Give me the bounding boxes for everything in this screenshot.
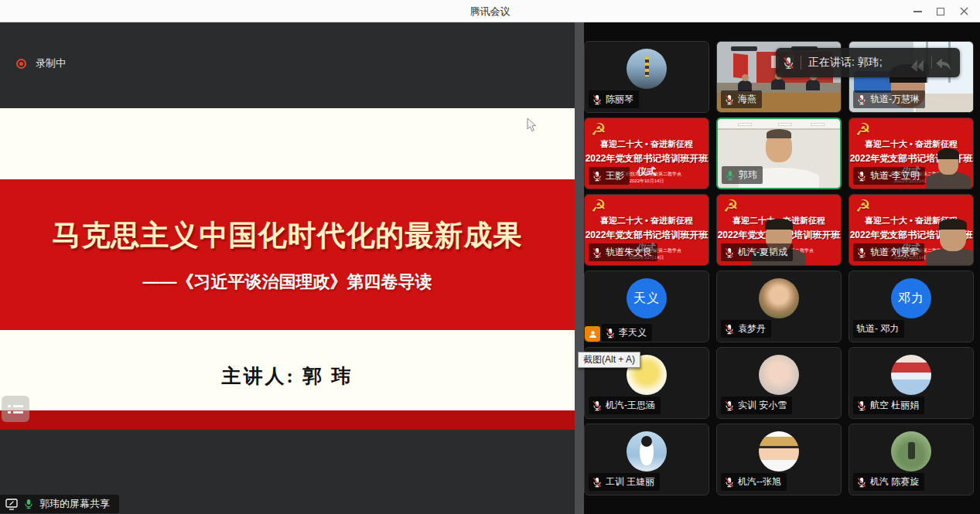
participant-tile[interactable]: 机汽--张旭 [716, 424, 842, 495]
participant-grid: 陈丽琴海燕轨道-万慧琳☭喜迎二十大 • 奋进新征程2022年党支部书记培训班开班… [584, 22, 980, 514]
party-slide-line1: 喜迎二十大 • 奋进新征程 [585, 138, 709, 150]
participant-label: 轨道 刘景军 [853, 243, 924, 261]
participant-label: 机汽-王思涵 [589, 397, 661, 414]
muted-mic-icon [782, 56, 795, 70]
speaking-banner: 正在讲话: 郭玮; [776, 48, 960, 77]
participant-label: 袁梦丹 [721, 320, 771, 338]
participant-name: 机汽--张旭 [738, 475, 781, 488]
avatar [891, 431, 931, 471]
divider [931, 56, 932, 69]
presentation-slide: 马克思主义中国化时代化的最新成果 ——《习近平谈治国理政》第四卷导读 主讲人: … [0, 108, 575, 430]
participant-name: 工训 王婕丽 [606, 475, 654, 488]
participant-name: 袁梦丹 [738, 322, 766, 335]
muted-mic-icon [592, 171, 603, 182]
close-button[interactable] [952, 0, 975, 22]
participant-label: 郭玮 [722, 166, 763, 184]
muted-mic-icon [592, 400, 603, 411]
slide-title: 马克思主义中国化时代化的最新成果 [0, 216, 575, 255]
screen-share-label: 郭玮的屏幕共享 [39, 497, 110, 511]
participant-label: 实训 安小雪 [721, 397, 792, 414]
muted-mic-icon [724, 324, 735, 335]
muted-mic-icon [856, 94, 867, 105]
party-emblem-icon: ☭ [723, 196, 739, 216]
slide-outline-button[interactable] [2, 396, 29, 422]
maximize-icon [937, 8, 944, 15]
participant-label: 轨道朱文良 [589, 243, 657, 261]
party-slide-line1: 喜迎二十大 • 奋进新征程 [849, 138, 973, 150]
reply-arrow-icon[interactable] [934, 53, 954, 73]
participant-name: 郭玮 [739, 168, 757, 182]
party-emblem-icon: ☭ [855, 196, 871, 216]
title-bar: 腾讯会议 [0, 0, 980, 22]
participant-tile[interactable]: ☭喜迎二十大 • 奋进新征程2022年党支部书记培训班开班仪式上海工程技术大学党… [584, 194, 709, 266]
participant-tile[interactable]: 袁梦丹 [716, 271, 842, 342]
screen-share-status: 郭玮的屏幕共享 [0, 495, 119, 513]
participant-tile[interactable]: 陈丽琴 [584, 41, 709, 113]
participant-label: 机汽-夏韬成 [721, 243, 793, 261]
shared-screen: 录制中 马克思主义中国化时代化的最新成果 ——《习近平谈治国理政》第四卷导读 主… [0, 22, 575, 514]
avatar [627, 49, 667, 89]
participant-tile[interactable]: 实训 安小雪 [716, 347, 842, 419]
participant-name: 轨道朱文良 [606, 246, 652, 259]
avatar [891, 355, 931, 395]
minimize-icon [913, 11, 922, 12]
recording-indicator: 录制中 [16, 56, 66, 70]
participant-label: 王影 [589, 167, 630, 185]
participant-label: 李天义 [602, 324, 652, 342]
participant-tile[interactable]: 郭玮 [716, 117, 842, 189]
participant-tile[interactable]: ☭喜迎二十大 • 奋进新征程2022年党支部书记培训班开班仪式上海工程技术大学党… [849, 117, 974, 189]
participant-name: 机汽-王思涵 [606, 399, 655, 412]
screen-share-icon [5, 499, 18, 510]
participant-tile[interactable]: 邓力轨道- 邓力 [849, 271, 974, 342]
participant-tile[interactable]: ☭喜迎二十大 • 奋进新征程2022年党支部书记培训班开班仪式上海工程技术大学党… [849, 194, 974, 266]
participant-tile[interactable]: ☭喜迎二十大 • 奋进新征程2022年党支部书记培训班开班仪式上海工程技术大学党… [716, 194, 842, 266]
avatar [759, 431, 799, 471]
active-mic-icon [23, 499, 34, 509]
screenshot-tooltip: 截图(Alt + A) [578, 352, 640, 368]
party-emblem-icon: ☭ [855, 120, 871, 140]
minimize-button[interactable] [906, 0, 929, 22]
participant-tile[interactable]: 航空 杜丽娟 [849, 347, 974, 419]
muted-mic-icon [724, 94, 735, 105]
muted-mic-icon [856, 247, 867, 258]
participant-tile[interactable]: 工训 王婕丽 [584, 424, 709, 495]
participant-name: 轨道-李立明 [870, 169, 920, 182]
recording-dot-icon [16, 59, 26, 69]
participant-tile[interactable]: ☭喜迎二十大 • 奋进新征程2022年党支部书记培训班开班仪式上海工程技术大学党… [584, 117, 709, 189]
party-emblem-icon: ☭ [591, 120, 606, 140]
muted-mic-icon [592, 94, 603, 105]
participant-name: 轨道-万慧琳 [870, 93, 920, 106]
participant-name: 机汽-夏韬成 [738, 246, 787, 259]
muted-mic-icon [856, 400, 867, 411]
participant-label: 轨道-万慧琳 [853, 90, 925, 108]
avatar: 天义 [627, 278, 667, 318]
muted-mic-icon [605, 328, 616, 339]
muted-mic-icon [592, 247, 603, 258]
participant-label: 轨道-李立明 [853, 167, 925, 185]
slide-footer-bar [0, 410, 575, 430]
tooltip-label: 截图(Alt + A) [583, 353, 635, 366]
panel-divider[interactable] [575, 22, 584, 514]
participant-tile[interactable]: 天义李天义 [584, 271, 709, 342]
slide-presenter: 主讲人: 郭 玮 [0, 363, 575, 389]
slide-red-banner: 马克思主义中国化时代化的最新成果 ——《习近平谈治国理政》第四卷导读 [0, 179, 575, 330]
mouse-cursor-icon [527, 117, 537, 135]
list-icon [8, 405, 23, 407]
participant-label: 机汽 陈赛旋 [853, 473, 924, 491]
participant-tile[interactable]: 机汽 陈赛旋 [849, 424, 974, 495]
party-emblem-icon: ☭ [591, 196, 606, 216]
person-badge-icon [585, 326, 600, 342]
avatar: 邓力 [891, 278, 931, 318]
list-icon [8, 411, 23, 414]
forward-arrows-icon[interactable] [907, 52, 930, 73]
avatar [759, 355, 799, 395]
participant-name: 李天义 [619, 326, 647, 339]
participant-name: 机汽 陈赛旋 [870, 475, 919, 488]
person-silhouette [926, 222, 974, 265]
divider [801, 56, 801, 70]
participant-label: 机汽--张旭 [721, 473, 787, 491]
participant-label: 工训 王婕丽 [589, 473, 660, 491]
maximize-button[interactable] [929, 0, 952, 22]
participant-label: 航空 杜丽娟 [853, 397, 924, 414]
speaking-label: 正在讲话: 郭玮; [808, 56, 907, 70]
